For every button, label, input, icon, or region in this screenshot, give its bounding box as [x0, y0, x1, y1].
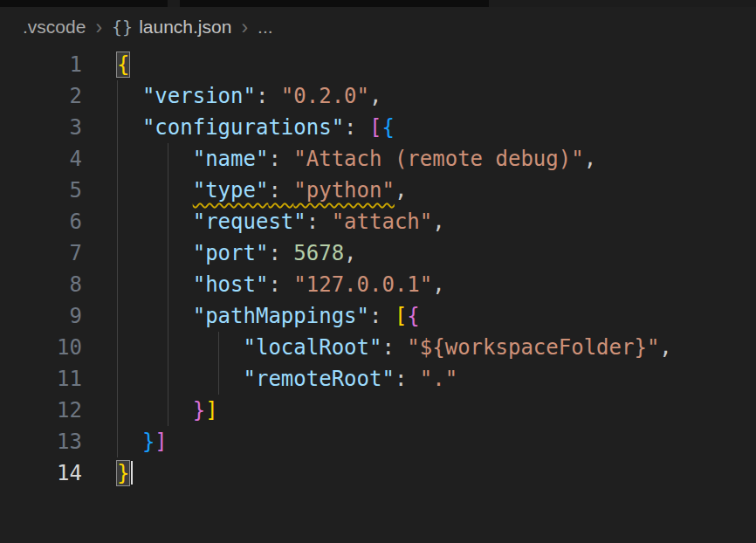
- line-number[interactable]: 2: [0, 80, 82, 112]
- code-text: "request": "attach",: [82, 206, 756, 237]
- token: [117, 147, 193, 171]
- code-text: "remoteRoot": ".": [82, 363, 756, 395]
- code-line[interactable]: 10 "localRoot": "${workspaceFolder}",: [0, 332, 756, 363]
- token: }: [142, 430, 155, 454]
- indent-guide: [117, 206, 118, 237]
- indent-guide: [117, 175, 118, 206]
- line-number[interactable]: 8: [0, 269, 82, 300]
- token: :: [395, 367, 420, 391]
- code-line[interactable]: 8 "host": "127.0.0.1",: [0, 269, 756, 300]
- code-line[interactable]: 1{: [0, 49, 756, 80]
- line-number[interactable]: 12: [0, 395, 82, 426]
- token: [117, 335, 244, 360]
- token: [117, 430, 142, 454]
- token: "python": [293, 178, 395, 203]
- code-line[interactable]: 13 }]: [0, 426, 756, 457]
- token: "Attach (remote debug)": [293, 147, 583, 171]
- token: :: [268, 241, 293, 265]
- indent-guide: [168, 300, 168, 332]
- token: :: [268, 147, 293, 171]
- code-line[interactable]: 11 "remoteRoot": ".": [0, 363, 756, 395]
- token: [: [395, 304, 407, 328]
- code-text: "version": "0.2.0",: [82, 80, 756, 112]
- token: "${workspaceFolder}": [407, 335, 659, 360]
- token: "pathMappings": [193, 304, 369, 328]
- code-line[interactable]: 6 "request": "attach",: [0, 206, 756, 237]
- line-number[interactable]: 3: [0, 112, 82, 143]
- token: }: [117, 461, 129, 485]
- indent-guide: [117, 112, 118, 143]
- token: "configurations": [142, 115, 344, 140]
- code-line[interactable]: 2 "version": "0.2.0",: [0, 80, 756, 112]
- token: :: [306, 210, 332, 234]
- breadcrumb-item-folder[interactable]: .vscode: [23, 17, 86, 38]
- token: "127.0.0.1": [293, 272, 432, 297]
- indent-guide: [117, 237, 118, 269]
- code-line[interactable]: 9 "pathMappings": [{: [0, 300, 756, 332]
- line-number[interactable]: 5: [0, 175, 82, 206]
- code-text: "pathMappings": [{: [82, 300, 756, 332]
- line-number[interactable]: 6: [0, 206, 82, 237]
- code-line[interactable]: 3 "configurations": [{: [0, 112, 756, 143]
- line-number[interactable]: 11: [0, 363, 82, 395]
- code-text: }]: [82, 395, 756, 426]
- indent-guide: [168, 269, 168, 300]
- token: ,: [369, 84, 381, 108]
- code-text: "name": "Attach (remote debug)",: [82, 143, 756, 175]
- code-line[interactable]: 14}: [0, 457, 756, 489]
- indent-guide: [168, 175, 168, 206]
- token: 5678: [293, 241, 344, 265]
- text-cursor: [131, 461, 133, 485]
- token: ]: [155, 430, 167, 454]
- breadcrumb-item-symbol[interactable]: ...: [258, 17, 273, 38]
- indent-guide: [168, 332, 168, 363]
- token: "0.2.0": [281, 84, 369, 108]
- token: ]: [205, 398, 217, 423]
- token: :: [268, 178, 293, 203]
- token: {: [407, 304, 419, 328]
- line-number[interactable]: 4: [0, 143, 82, 175]
- token: :: [381, 335, 407, 360]
- code-text: "type": "python",: [82, 175, 756, 206]
- indent-guide: [117, 426, 118, 457]
- token: "version": [142, 84, 256, 108]
- code-text: }: [82, 457, 756, 489]
- token: "port": [193, 241, 269, 265]
- line-number[interactable]: 14: [0, 457, 82, 489]
- token: [: [369, 115, 381, 140]
- token: [117, 210, 193, 234]
- breadcrumb: .vscode › {} launch.json › ...: [0, 7, 756, 47]
- breadcrumb-file-label: launch.json: [139, 17, 231, 38]
- code-line[interactable]: 7 "port": 5678,: [0, 237, 756, 269]
- token: ,: [432, 210, 444, 234]
- token: "remoteRoot": [244, 367, 395, 391]
- indent-guide: [168, 206, 168, 237]
- line-number[interactable]: 1: [0, 49, 82, 80]
- editor[interactable]: 1{2 "version": "0.2.0",3 "configurations…: [0, 47, 756, 489]
- line-number[interactable]: 7: [0, 237, 82, 269]
- code-area[interactable]: 1{2 "version": "0.2.0",3 "configurations…: [0, 49, 756, 489]
- code-line[interactable]: 4 "name": "Attach (remote debug)",: [0, 143, 756, 175]
- token: ,: [584, 147, 596, 171]
- indent-guide: [117, 269, 118, 300]
- token: :: [268, 272, 293, 297]
- indent-guide: [117, 80, 118, 112]
- indent-guide: [117, 332, 118, 363]
- chevron-right-icon: ›: [94, 16, 103, 39]
- tab-bar-edge: [0, 0, 756, 7]
- breadcrumb-item-file[interactable]: {} launch.json: [112, 17, 231, 38]
- line-number[interactable]: 13: [0, 426, 82, 457]
- indent-guide: [117, 395, 118, 426]
- code-text: "host": "127.0.0.1",: [82, 269, 756, 300]
- token: [117, 241, 193, 265]
- token: "name": [193, 147, 269, 171]
- indent-guide: [168, 395, 168, 426]
- code-line[interactable]: 12 }]: [0, 395, 756, 426]
- code-line[interactable]: 5 "type": "python",: [0, 175, 756, 206]
- token: "type": [193, 178, 269, 203]
- code-text: {: [82, 49, 756, 80]
- token: "localRoot": [244, 335, 382, 360]
- token: [117, 304, 193, 328]
- line-number[interactable]: 9: [0, 300, 82, 332]
- line-number[interactable]: 10: [0, 332, 82, 363]
